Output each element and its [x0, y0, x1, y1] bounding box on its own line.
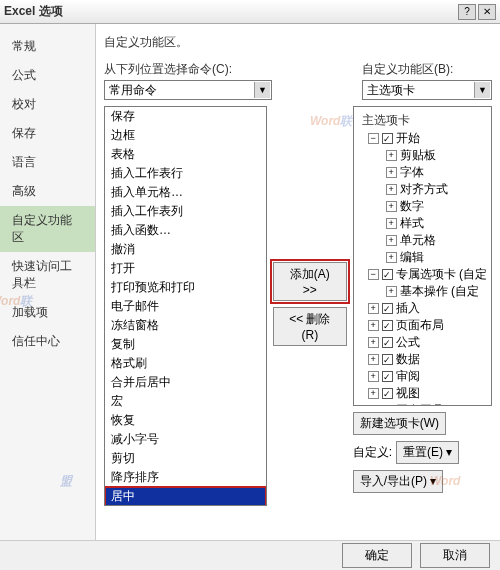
tree-label: 页面布局	[396, 317, 444, 334]
checkbox[interactable]: ✓	[382, 354, 393, 365]
tree-child[interactable]: +编辑	[386, 249, 487, 266]
list-item[interactable]: 打开	[105, 259, 266, 278]
tree-node[interactable]: +✓视图	[358, 385, 487, 402]
tree-label: 字体	[400, 164, 424, 181]
sidebar-item[interactable]: 高级	[0, 177, 95, 206]
tree-node[interactable]: +开发工具	[358, 402, 487, 406]
expand-icon[interactable]: +	[386, 201, 397, 212]
sidebar-item[interactable]: 加载项	[0, 298, 95, 327]
commands-from-combo[interactable]: 常用命令 ▼	[104, 80, 272, 100]
expand-icon[interactable]: +	[368, 354, 379, 365]
customize-ribbon-label: 自定义功能区(B):	[362, 61, 492, 78]
expand-icon[interactable]: +	[386, 235, 397, 246]
expand-icon[interactable]: +	[368, 371, 379, 382]
add-button[interactable]: 添加(A) >>	[273, 262, 347, 301]
window-title: Excel 选项	[4, 3, 456, 20]
tree-node[interactable]: +✓插入	[358, 300, 487, 317]
combo-row: 从下列位置选择命令(C): 常用命令 ▼ 自定义功能区(B): 主选项卡 ▼	[104, 61, 492, 100]
checkbox[interactable]: ✓	[382, 320, 393, 331]
list-item[interactable]: 宏	[105, 392, 266, 411]
expand-icon[interactable]: +	[368, 405, 379, 406]
list-item[interactable]: 减小字号	[105, 430, 266, 449]
chevron-down-icon: ▼	[254, 82, 270, 98]
list-item[interactable]: 格式刷	[105, 354, 266, 373]
checkbox[interactable]: ✓	[382, 269, 393, 280]
sidebar-item[interactable]: 信任中心	[0, 327, 95, 356]
new-tab-button[interactable]: 新建选项卡(W)	[353, 412, 446, 435]
checkbox[interactable]	[382, 405, 393, 406]
tree-label: 公式	[396, 334, 420, 351]
tree-child[interactable]: +字体	[386, 164, 487, 181]
expand-icon[interactable]: +	[368, 337, 379, 348]
sidebar-item[interactable]: 保存	[0, 119, 95, 148]
tree-child[interactable]: +单元格	[386, 232, 487, 249]
tree-label: 剪贴板	[400, 147, 436, 164]
import-export-button[interactable]: 导入/导出(P) ▾	[353, 470, 444, 493]
list-item[interactable]: 边框	[105, 126, 266, 145]
expand-icon[interactable]: +	[386, 150, 397, 161]
list-item[interactable]: 打印预览和打印	[105, 278, 266, 297]
list-item[interactable]: 保存	[105, 107, 266, 126]
list-item[interactable]: 撤消	[105, 240, 266, 259]
expand-icon[interactable]: +	[386, 167, 397, 178]
tree-child[interactable]: +对齐方式	[386, 181, 487, 198]
list-item[interactable]: 合并后居中	[105, 373, 266, 392]
list-item[interactable]: 插入函数…	[105, 221, 266, 240]
tree-node[interactable]: −✓专属选项卡 (自定	[358, 266, 487, 283]
tree-node[interactable]: +✓审阅	[358, 368, 487, 385]
help-button[interactable]: ?	[458, 4, 476, 20]
tree-label: 开发工具	[396, 402, 444, 406]
reset-button[interactable]: 重置(E) ▾	[396, 441, 459, 464]
tree-node[interactable]: +✓页面布局	[358, 317, 487, 334]
expand-icon[interactable]: +	[386, 218, 397, 229]
cancel-button[interactable]: 取消	[420, 543, 490, 568]
list-item[interactable]: 恢复	[105, 411, 266, 430]
sidebar-item[interactable]: 语言	[0, 148, 95, 177]
tree-child[interactable]: +基本操作 (自定	[386, 283, 487, 300]
tree-child[interactable]: +样式	[386, 215, 487, 232]
sidebar-item[interactable]: 快速访问工具栏	[0, 252, 95, 298]
expand-icon[interactable]: +	[386, 252, 397, 263]
list-item[interactable]: 电子邮件	[105, 297, 266, 316]
checkbox[interactable]: ✓	[382, 388, 393, 399]
tree-child[interactable]: +数字	[386, 198, 487, 215]
expand-icon[interactable]: +	[386, 286, 397, 297]
remove-button[interactable]: << 删除(R)	[273, 307, 347, 346]
checkbox[interactable]: ✓	[382, 371, 393, 382]
list-item[interactable]: 居中	[105, 487, 266, 506]
expand-icon[interactable]: +	[368, 388, 379, 399]
list-item[interactable]: 插入工作表列	[105, 202, 266, 221]
expand-icon[interactable]: −	[368, 269, 379, 280]
expand-icon[interactable]: +	[368, 320, 379, 331]
tree-label: 数据	[396, 351, 420, 368]
tree-node[interactable]: −✓开始	[358, 130, 487, 147]
list-item[interactable]: 插入工作表行	[105, 164, 266, 183]
tree-node[interactable]: +✓公式	[358, 334, 487, 351]
expand-icon[interactable]: +	[368, 303, 379, 314]
dialog-footer: 确定 取消	[0, 540, 500, 570]
list-item[interactable]: 复制	[105, 335, 266, 354]
expand-icon[interactable]: −	[368, 133, 379, 144]
list-item[interactable]: 冻结窗格	[105, 316, 266, 335]
titlebar: Excel 选项 ? ✕	[0, 0, 500, 24]
tree-child[interactable]: +剪贴板	[386, 147, 487, 164]
list-item[interactable]: 表格	[105, 145, 266, 164]
close-button[interactable]: ✕	[478, 4, 496, 20]
checkbox[interactable]: ✓	[382, 337, 393, 348]
customize-ribbon-combo[interactable]: 主选项卡 ▼	[362, 80, 492, 100]
list-item[interactable]: 降序排序	[105, 468, 266, 487]
tree-label: 审阅	[396, 368, 420, 385]
list-item[interactable]: 插入单元格…	[105, 183, 266, 202]
sidebar-item[interactable]: 自定义功能区	[0, 206, 95, 252]
sidebar-item[interactable]: 公式	[0, 61, 95, 90]
command-list[interactable]: 保存边框表格插入工作表行插入单元格…插入工作表列插入函数…撤消打开打印预览和打印…	[104, 106, 267, 506]
ribbon-tree[interactable]: 主选项卡−✓开始+剪贴板+字体+对齐方式+数字+样式+单元格+编辑−✓专属选项卡…	[353, 106, 492, 406]
sidebar-item[interactable]: 校对	[0, 90, 95, 119]
ok-button[interactable]: 确定	[342, 543, 412, 568]
tree-node[interactable]: +✓数据	[358, 351, 487, 368]
expand-icon[interactable]: +	[386, 184, 397, 195]
sidebar-item[interactable]: 常规	[0, 32, 95, 61]
list-item[interactable]: 剪切	[105, 449, 266, 468]
checkbox[interactable]: ✓	[382, 133, 393, 144]
checkbox[interactable]: ✓	[382, 303, 393, 314]
